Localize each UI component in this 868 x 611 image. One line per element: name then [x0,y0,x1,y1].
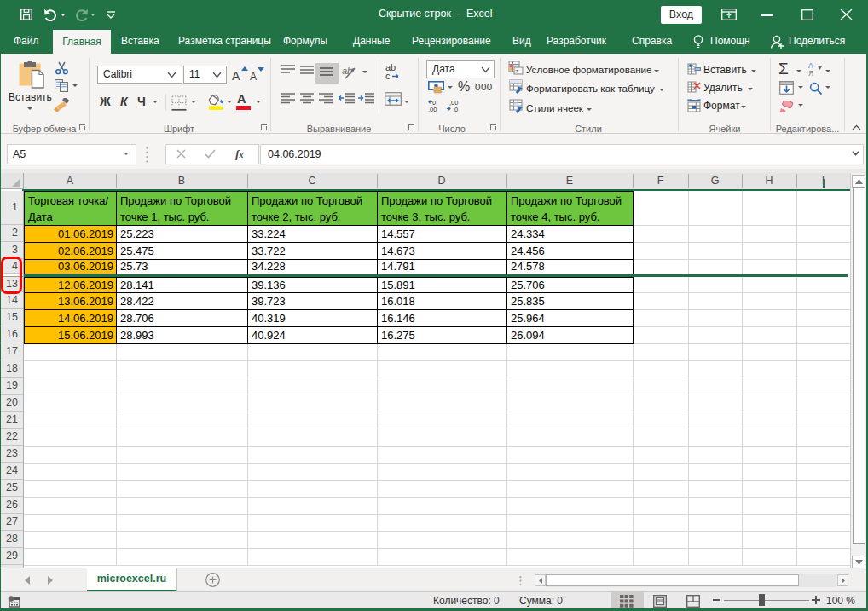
svg-text:,0: ,0 [453,106,458,112]
svg-text:ab: ab [342,66,352,76]
svg-text:≠: ≠ [516,68,519,74]
svg-text:,00: ,00 [428,106,437,112]
svg-text:c: c [385,71,391,81]
svg-text:Я: Я [808,69,813,77]
